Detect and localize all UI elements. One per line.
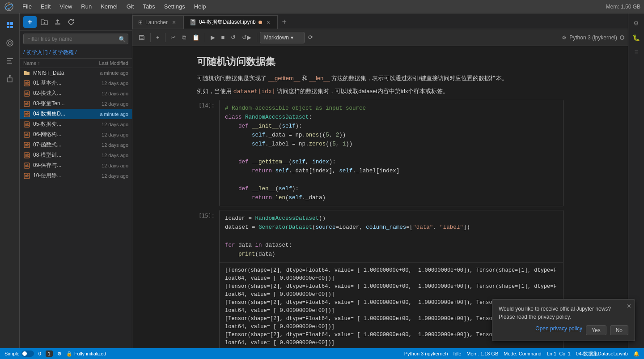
simple-label: Simple bbox=[4, 351, 20, 356]
svg-text:nb: nb bbox=[25, 143, 30, 147]
shield-icon: 🔒 bbox=[66, 351, 72, 357]
menu-git[interactable]: Git bbox=[122, 2, 139, 11]
save-btn[interactable] bbox=[136, 32, 148, 43]
menu-settings[interactable]: Settings bbox=[160, 2, 190, 11]
notebook-icon: nb bbox=[23, 121, 30, 128]
file-list-item[interactable]: nb09-保存与...12 days ago bbox=[20, 160, 132, 171]
file-modified-label: 12 days ago bbox=[86, 173, 128, 179]
status-cursor: Ln 1, Col 1 bbox=[547, 351, 571, 356]
folder-icon bbox=[23, 69, 30, 77]
settings-gear-icon[interactable]: ⚙ bbox=[562, 34, 567, 41]
restart-run-btn[interactable]: ↺▶ bbox=[239, 32, 254, 43]
restart-btn[interactable]: ↺ bbox=[228, 32, 238, 43]
notebook-icon: nb bbox=[23, 152, 30, 159]
right-debugger-btn[interactable]: 🐛 bbox=[630, 31, 643, 44]
svg-text:nb: nb bbox=[25, 102, 30, 106]
svg-rect-11 bbox=[7, 60, 11, 61]
copy-cell-btn[interactable]: ⧉ bbox=[179, 32, 189, 43]
file-list-item[interactable]: nb04-数据集D...a minute ago bbox=[20, 109, 132, 119]
tab-notebook[interactable]: 📓 04-数据集Dataset.ipynb × bbox=[183, 15, 278, 29]
status-num2[interactable]: 1 bbox=[46, 350, 53, 357]
sidebar-extensions-btn[interactable] bbox=[2, 71, 18, 87]
status-right: Python 3 (ipykernel) Idle Mem: 1.18 GB M… bbox=[404, 350, 640, 357]
svg-rect-7 bbox=[10, 26, 13, 28]
file-list-item[interactable]: nb06-网络构...12 days ago bbox=[20, 129, 132, 140]
filter-input[interactable] bbox=[23, 34, 128, 44]
file-modified-label: 12 days ago bbox=[86, 142, 128, 148]
file-name-label: 05-数据变... bbox=[33, 120, 83, 128]
file-list-item[interactable]: nb05-数据变...12 days ago bbox=[20, 119, 132, 129]
tab-bar: ⊞ Launcher × 📓 04-数据集Dataset.ipynb × + bbox=[132, 13, 628, 29]
simple-toggle[interactable]: Simple bbox=[4, 350, 34, 357]
notebook-icon: nb bbox=[23, 141, 30, 149]
file-name-label: MNIST_Data bbox=[33, 70, 83, 76]
cut-cell-btn[interactable]: ✂ bbox=[168, 32, 178, 43]
notebook-icon: nb bbox=[23, 80, 30, 87]
icon-sidebar bbox=[0, 13, 20, 348]
status-bar: Simple 0 1 ⚙ 🔒 Fully initialized Python … bbox=[0, 348, 644, 359]
upload-btn[interactable] bbox=[52, 16, 64, 28]
notebook-icon: nb bbox=[23, 100, 30, 107]
status-kernel-name[interactable]: Python 3 (ipykernel) bbox=[404, 351, 448, 356]
col-modified-header[interactable]: Last Modified bbox=[84, 60, 128, 66]
sidebar-running-btn[interactable] bbox=[2, 35, 18, 51]
cell-14-content[interactable]: # Random-accessible object as input sour… bbox=[219, 100, 564, 206]
file-list-item[interactable]: nb03-张量Ten...12 days ago bbox=[20, 98, 132, 109]
right-settings-btn[interactable]: ⚙ bbox=[630, 17, 643, 30]
tab-launcher-close[interactable]: × bbox=[170, 19, 178, 26]
file-list: MNIST_Dataa minute agonb01-基本介...12 days… bbox=[20, 68, 132, 348]
refresh-kernel-btn[interactable]: ⟳ bbox=[305, 32, 316, 43]
breadcrumb-link[interactable]: / 初学入门 / 初学教程 / bbox=[23, 49, 76, 56]
file-list-item[interactable]: nb07-函数式...12 days ago bbox=[20, 140, 132, 150]
cell-type-dropdown[interactable]: Markdown ▾ bbox=[260, 32, 305, 43]
status-idle[interactable]: Idle bbox=[453, 351, 462, 356]
notification-yes-btn[interactable]: Yes bbox=[586, 325, 606, 335]
new-tab-btn[interactable]: + bbox=[278, 15, 291, 29]
sidebar-toc-btn[interactable] bbox=[2, 53, 18, 69]
file-name-label: 01-基本介... bbox=[33, 79, 83, 87]
notification-popup: × Would you like to receive official Jup… bbox=[492, 299, 635, 341]
menu-run[interactable]: Run bbox=[76, 2, 96, 11]
new-launcher-btn[interactable]: + bbox=[23, 16, 37, 28]
file-list-item[interactable]: nb01-基本介...12 days ago bbox=[20, 78, 132, 88]
status-num1[interactable]: 0 bbox=[38, 351, 41, 356]
file-list-item[interactable]: nb08-模型训...12 days ago bbox=[20, 150, 132, 160]
cell-15-code: loader = RandomAccessDataset() dataset =… bbox=[220, 210, 563, 262]
menu-help[interactable]: Help bbox=[190, 2, 211, 11]
svg-point-2 bbox=[8, 9, 10, 10]
tab-notebook-label: 04-数据集Dataset.ipynb bbox=[199, 18, 256, 26]
status-settings-icon[interactable]: ⚙ bbox=[57, 351, 62, 357]
col-name-header[interactable]: Name ↑ bbox=[23, 60, 84, 66]
tab-notebook-close[interactable]: × bbox=[265, 19, 272, 26]
sidebar-files-btn[interactable] bbox=[2, 17, 18, 33]
privacy-policy-link[interactable]: Open privacy policy bbox=[535, 325, 582, 335]
menu-view[interactable]: View bbox=[55, 2, 76, 11]
add-cell-btn[interactable]: + bbox=[153, 32, 162, 43]
menu-tabs[interactable]: Tabs bbox=[138, 2, 159, 11]
tab-launcher[interactable]: ⊞ Launcher × bbox=[132, 15, 183, 29]
stop-btn[interactable]: ■ bbox=[219, 32, 228, 43]
notification-close-btn[interactable]: × bbox=[627, 302, 631, 310]
cell-type-chevron: ▾ bbox=[291, 34, 293, 41]
notification-actions: Open privacy policy Yes No bbox=[499, 325, 628, 335]
new-folder-btn[interactable] bbox=[38, 16, 50, 28]
file-list-item[interactable]: nb10-使用静...12 days ago bbox=[20, 171, 132, 181]
search-icon: 🔍 bbox=[119, 36, 126, 43]
refresh-btn[interactable] bbox=[65, 16, 77, 28]
right-toc-btn[interactable]: ≡ bbox=[630, 46, 643, 58]
status-initialized: 🔒 Fully initialized bbox=[66, 351, 106, 357]
menu-file[interactable]: File bbox=[18, 2, 36, 11]
status-left: Simple 0 1 ⚙ 🔒 Fully initialized bbox=[4, 350, 106, 357]
file-list-item[interactable]: MNIST_Dataa minute ago bbox=[20, 68, 132, 78]
notebook-icon: nb bbox=[23, 162, 30, 169]
svg-point-9 bbox=[8, 42, 11, 44]
status-bell[interactable]: 🔔 bbox=[633, 351, 640, 357]
file-list-item[interactable]: nb02-快速入...12 days ago bbox=[20, 88, 132, 98]
svg-text:nb: nb bbox=[25, 133, 30, 137]
paste-cell-btn[interactable]: 📋 bbox=[190, 32, 202, 43]
notification-no-btn[interactable]: No bbox=[610, 325, 628, 335]
menu-kernel[interactable]: Kernel bbox=[96, 2, 122, 11]
cell-15-number: [15]: bbox=[197, 210, 219, 348]
menu-edit[interactable]: Edit bbox=[36, 2, 55, 11]
run-cell-btn[interactable]: ▶ bbox=[208, 32, 218, 43]
